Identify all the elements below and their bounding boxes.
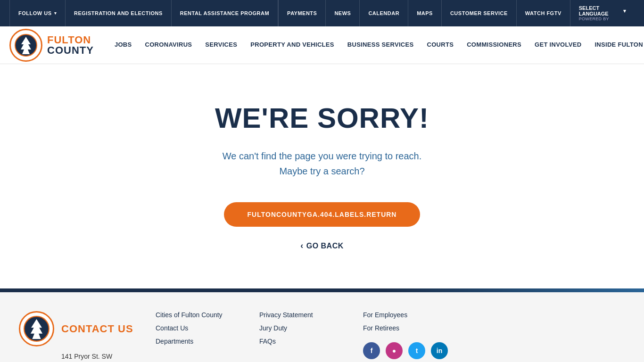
go-back-link[interactable]: ‹ GO BACK (300, 241, 344, 251)
error-subtitle: We can't find the page you were trying t… (223, 148, 422, 179)
footer-social: f ● t in (363, 342, 448, 359)
calendar-btn[interactable]: CALENDAR (359, 0, 408, 26)
nav-items: JOBS CORONAVIRUS SERVICES PROPERTY AND V… (108, 26, 644, 64)
chevron-down-icon: ▾ (623, 8, 626, 14)
nav-get-involved[interactable]: GET INVOLVED (528, 26, 588, 64)
footer-col3: For Employees For Retirees f ● t in (363, 311, 448, 362)
chevron-down-icon: ▾ (54, 11, 57, 16)
rental-btn[interactable]: RENTAL ASSISTANCE PROGRAM (172, 0, 278, 26)
footer-link-privacy[interactable]: Privacy Statement (259, 311, 344, 319)
footer-link-contact[interactable]: Contact Us (156, 324, 240, 332)
county-label: COUNTY (47, 45, 94, 56)
fulton-county-tree-icon (15, 34, 37, 57)
select-language-label: SELECT LANGUAGE ▾ (579, 5, 626, 16)
news-btn[interactable]: NEWS (325, 0, 359, 26)
nav-coronavirus[interactable]: CORONAVIRUS (139, 26, 199, 64)
footer-link-cities[interactable]: Cities of Fulton County (156, 311, 240, 319)
watch-fgtv-label: WATCH FGTV (525, 10, 561, 16)
nav-commissioners[interactable]: COMMISSIONERS (460, 26, 528, 64)
footer-col1: Cities of Fulton County Contact Us Depar… (156, 311, 240, 362)
chevron-left-icon: ‹ (300, 241, 304, 251)
logo[interactable]: FULTON COUNTY (9, 29, 94, 62)
logo-text: FULTON COUNTY (47, 35, 94, 56)
nav-business-services[interactable]: BUSINESS SERVICES (341, 26, 421, 64)
follow-us-btn[interactable]: FOLLOW US ▾ (9, 0, 66, 26)
follow-us-label: FOLLOW US (18, 10, 52, 16)
error-title: WE'RE SORRY! (215, 102, 429, 134)
utility-bar-right: PAYMENTS NEWS CALENDAR MAPS CUSTOMER SER… (278, 0, 635, 26)
divider-strip (0, 288, 644, 292)
footer-tree-icon (24, 316, 50, 342)
registration-btn[interactable]: REGISTRATION AND ELECTIONS (66, 0, 172, 26)
main-nav: FULTON COUNTY JOBS CORONAVIRUS SERVICES … (0, 26, 644, 64)
address-line1: 141 Pryor St. SW (61, 351, 137, 362)
news-label: NEWS (334, 10, 351, 16)
instagram-icon[interactable]: ● (386, 342, 403, 359)
footer-logo (19, 311, 54, 346)
maps-label: MAPS (417, 10, 433, 16)
rental-label: RENTAL ASSISTANCE PROGRAM (180, 10, 269, 16)
return-button[interactable]: FULTONCOUNTYGA.404.LABELS.RETURN (224, 202, 421, 227)
main-content: WE'RE SORRY! We can't find the page you … (0, 64, 644, 288)
utility-bar: FOLLOW US ▾ REGISTRATION AND ELECTIONS R… (0, 0, 644, 26)
error-line1: We can't find the page you were trying t… (223, 148, 422, 164)
error-line2: Maybe try a search? (223, 164, 422, 179)
go-back-label: GO BACK (306, 242, 344, 250)
facebook-icon[interactable]: f (363, 342, 380, 359)
nav-jobs[interactable]: JOBS (108, 26, 139, 64)
contact-us-title: CONTACT US (61, 323, 133, 335)
calendar-label: CALENDAR (368, 10, 399, 16)
payments-label: PAYMENTS (287, 10, 317, 16)
footer-link-faqs[interactable]: FAQs (259, 337, 344, 345)
customer-service-label: CUSTOMER SERVICE (450, 10, 508, 16)
registration-label: REGISTRATION AND ELECTIONS (74, 10, 163, 16)
nav-courts[interactable]: COURTS (420, 26, 460, 64)
footer-link-jury[interactable]: Jury Duty (259, 324, 344, 332)
footer-link-departments[interactable]: Departments (156, 337, 240, 345)
customer-service-btn[interactable]: CUSTOMER SERVICE (441, 0, 516, 26)
maps-btn[interactable]: MAPS (408, 0, 441, 26)
footer-link-retirees[interactable]: For Retirees (363, 324, 448, 332)
select-language-btn[interactable]: SELECT LANGUAGE ▾ POWERED BY (570, 0, 635, 26)
linkedin-icon[interactable]: in (431, 342, 448, 359)
footer-logo-row: CONTACT US (19, 311, 137, 346)
footer: CONTACT US 141 Pryor St. SW Atlanta, GA … (0, 292, 644, 362)
logo-circle (9, 29, 42, 62)
nav-inside-fulton[interactable]: INSIDE FULTON COUNTY (588, 26, 644, 64)
footer-logo-section: CONTACT US 141 Pryor St. SW Atlanta, GA … (19, 311, 137, 362)
payments-btn[interactable]: PAYMENTS (278, 0, 325, 26)
footer-address: 141 Pryor St. SW Atlanta, GA 30303 (19, 351, 137, 362)
nav-services[interactable]: SERVICES (198, 26, 244, 64)
footer-col2: Privacy Statement Jury Duty FAQs (259, 311, 344, 362)
footer-link-employees[interactable]: For Employees (363, 311, 448, 319)
twitter-icon[interactable]: t (408, 342, 425, 359)
watch-fgtv-btn[interactable]: WATCH FGTV (516, 0, 570, 26)
fulton-label: FULTON (47, 35, 94, 45)
powered-by-label: POWERED BY (579, 16, 626, 21)
nav-property-vehicles[interactable]: PROPERTY AND VEHICLES (244, 26, 341, 64)
